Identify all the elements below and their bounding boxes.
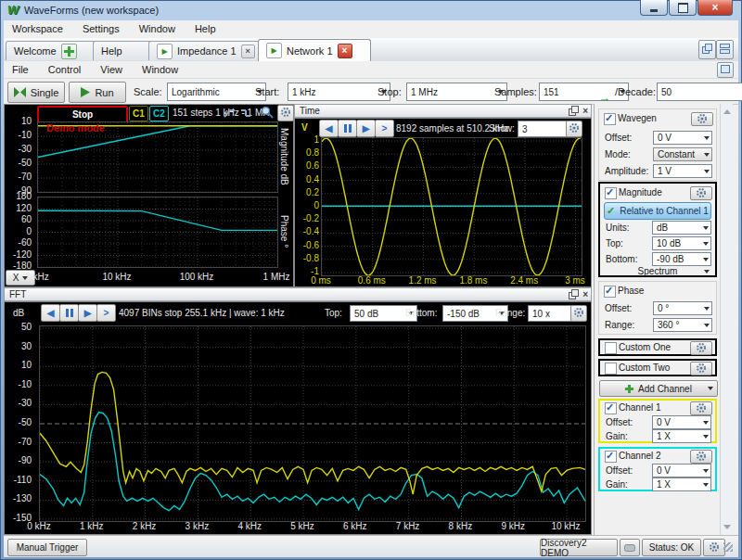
sidebar-scrollbar[interactable] (720, 104, 733, 535)
magnitude-mode-select[interactable]: Spectrum (604, 266, 711, 276)
menu-window2[interactable]: Window (134, 61, 186, 75)
wavegen-settings-button[interactable] (691, 112, 713, 126)
custom-two-checkbox[interactable] (605, 363, 617, 375)
run-button[interactable]: Run (69, 82, 126, 103)
close-tab-icon[interactable]: × (338, 44, 352, 58)
trigger-slope-icon[interactable] (223, 107, 236, 119)
tick-label: -70 (19, 438, 32, 447)
bode-settings-button[interactable] (277, 105, 294, 121)
fft-settings-button[interactable] (570, 305, 587, 322)
menu-view[interactable]: View (92, 61, 131, 75)
channel2-settings-button[interactable] (690, 450, 712, 464)
maximize-button[interactable] (669, 0, 697, 16)
channel2-checkbox[interactable] (605, 451, 617, 463)
manual-trigger-button[interactable]: Manual Trigger (7, 539, 87, 556)
wavegen-mode-select[interactable]: Constant (653, 147, 712, 161)
fft-plot[interactable] (39, 325, 586, 522)
magnitude-settings-button[interactable] (690, 186, 712, 200)
tick-label: 8 kHz (449, 521, 473, 531)
time-plot[interactable] (321, 137, 582, 276)
channel1-settings-button[interactable] (690, 401, 712, 415)
status-ok-button[interactable]: Status: OK (642, 539, 701, 556)
fft-panel-titlebar[interactable]: FFT × (4, 287, 592, 301)
channel2-group: Channel 2 Offset: 0 V Gain: 1 X (598, 447, 717, 491)
custom-one-settings-button[interactable] (690, 341, 712, 355)
trigger-level-icon[interactable] (239, 107, 252, 119)
magnitude-units-select[interactable]: dB (652, 221, 711, 235)
channel2-toggle[interactable]: C2 (149, 106, 169, 121)
fft-prev-button[interactable]: ◀ (41, 304, 60, 322)
float-panel-icon[interactable] (569, 106, 579, 116)
stop-select[interactable]: 1 MHz (406, 83, 507, 101)
close-panel-icon[interactable]: × (582, 106, 588, 116)
zoom-icon[interactable] (260, 105, 275, 120)
time-step-button[interactable]: > (375, 120, 394, 137)
device-button[interactable]: Discovery2 DEMO (540, 539, 618, 556)
menu-window[interactable]: Window (131, 20, 184, 34)
close-panel-icon[interactable]: × (582, 289, 588, 299)
fft-play-button[interactable]: ▶ (78, 304, 97, 322)
tab-network[interactable]: ▶ Network 1 × (258, 39, 371, 61)
custom-two-settings-button[interactable] (690, 362, 712, 375)
tick-label: 4 kHz (237, 521, 262, 531)
window-tile-button[interactable] (716, 40, 734, 59)
close-tab-icon[interactable]: × (241, 45, 255, 58)
menu-workspace[interactable]: Workspace (4, 20, 71, 34)
tab-welcome[interactable]: Welcome (6, 41, 102, 60)
time-settings-button[interactable] (566, 121, 582, 137)
menu-control[interactable]: Control (40, 61, 89, 75)
relative-to-channel1-button[interactable]: ✓ Relative to Channel 1 (604, 202, 711, 220)
wavegen-amplitude-select[interactable]: 1 V (653, 164, 712, 178)
phase-checkbox[interactable] (604, 286, 616, 298)
minimize-button[interactable] (640, 0, 668, 16)
custom-one-checkbox[interactable] (605, 342, 617, 354)
time-play-button[interactable]: ▶ (356, 120, 376, 137)
magnitude-top-select[interactable]: 10 dB (652, 236, 711, 250)
fft-pause-button[interactable] (59, 304, 79, 322)
single-button[interactable]: Single (7, 82, 65, 103)
device-icon-button[interactable] (620, 539, 640, 556)
status-badge: Status: OK (649, 542, 694, 553)
magnitude-checkbox[interactable] (605, 187, 617, 199)
close-button[interactable]: × (697, 0, 733, 16)
tab-impedance[interactable]: ▶ Impedance 1 × (148, 41, 267, 60)
collapse-sidebar-arrow-icon[interactable]: → (598, 91, 610, 105)
add-channel-button[interactable]: Add Channel (599, 380, 718, 397)
wavegen-offset-select[interactable]: 0 V (653, 131, 712, 145)
scale-select[interactable]: Logarithmic (167, 83, 266, 101)
wavegen-checkbox[interactable] (604, 113, 616, 125)
channel1-gain-select[interactable]: 1 X (652, 429, 711, 443)
tick-label: 10 kHz (551, 521, 580, 531)
phase-plot[interactable] (37, 197, 278, 268)
channel2-offset-select[interactable]: 0 V (652, 464, 711, 477)
step-icon: > (104, 308, 109, 318)
scroll-down-icon[interactable] (723, 525, 731, 529)
scroll-up-icon[interactable] (723, 109, 731, 114)
time-pause-button[interactable] (338, 120, 357, 137)
resize-grip[interactable] (723, 542, 733, 552)
menu-help[interactable]: Help (186, 20, 224, 34)
start-select[interactable]: 1 kHz (288, 83, 390, 101)
window-cascade-button[interactable] (698, 40, 716, 59)
float-panel-icon[interactable] (569, 289, 579, 299)
custom-one-group: Custom One (598, 338, 717, 356)
chevron-down-icon (703, 469, 709, 473)
cascade-windows-icon (702, 44, 712, 54)
channel2-gain-select[interactable]: 1 X (652, 477, 711, 491)
channel1-toggle[interactable]: C1 (129, 106, 148, 121)
channel1-checkbox[interactable] (605, 402, 617, 414)
menu-settings[interactable]: Settings (74, 20, 128, 34)
time-prev-button[interactable]: ◀ (319, 120, 339, 137)
channel1-group: Channel 1 Offset: 0 V Gain: 1 X (598, 399, 717, 443)
time-panel-titlebar[interactable]: Time × (294, 104, 592, 118)
fft-step-button[interactable]: > (96, 304, 116, 322)
magnitude-bottom-select[interactable]: -90 dB (652, 252, 711, 266)
channel1-offset-select[interactable]: 0 V (652, 415, 711, 429)
phase-offset-select[interactable]: 0 ° (653, 301, 712, 315)
menu-file[interactable]: File (4, 61, 37, 75)
add-instrument-icon[interactable] (61, 44, 77, 59)
restore-pane-button[interactable] (717, 62, 734, 78)
status-settings-button[interactable] (703, 539, 725, 556)
decade-select[interactable]: 50 (657, 83, 742, 101)
phase-range-select[interactable]: 360 ° (653, 318, 712, 332)
